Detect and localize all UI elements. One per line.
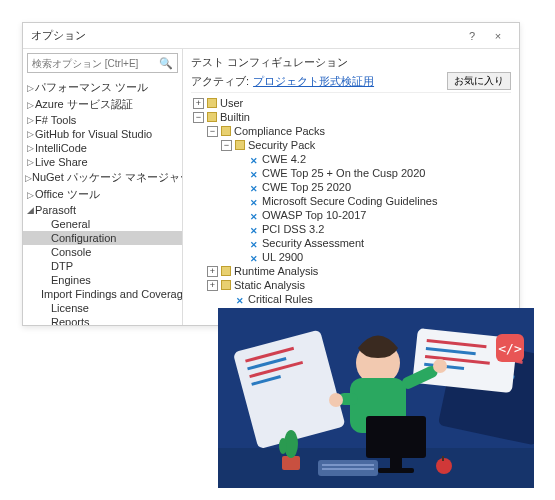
nav-item-label: Import Findings and Coverage bbox=[41, 288, 182, 300]
nav-item[interactable]: DTP bbox=[23, 259, 182, 273]
tree-node[interactable]: +Static Analysis bbox=[191, 278, 511, 292]
tree-node-label: UL 2900 bbox=[262, 250, 303, 264]
svg-point-24 bbox=[433, 359, 447, 373]
tree-node[interactable]: ✕CWE 4.2 bbox=[191, 152, 511, 166]
collapse-icon[interactable]: − bbox=[207, 126, 218, 137]
folder-icon bbox=[221, 126, 231, 136]
nav-item[interactable]: ▷GitHub for Visual Studio bbox=[23, 127, 182, 141]
active-config-link[interactable]: プロジェクト形式検証用 bbox=[253, 74, 374, 89]
nav-item-label: DTP bbox=[51, 260, 73, 272]
tree-node[interactable]: +Runtime Analysis bbox=[191, 264, 511, 278]
tree-node[interactable]: +User bbox=[191, 96, 511, 110]
tree-node[interactable]: ✕OWASP Top 10-2017 bbox=[191, 208, 511, 222]
nav-item[interactable]: Configuration bbox=[23, 231, 182, 245]
expand-icon[interactable]: + bbox=[207, 280, 218, 291]
folder-icon bbox=[221, 280, 231, 290]
tree-node[interactable]: ✕UL 2900 bbox=[191, 250, 511, 264]
expand-icon[interactable]: ▷ bbox=[25, 190, 35, 200]
expand-icon[interactable]: ▷ bbox=[25, 83, 35, 93]
nav-item[interactable]: General bbox=[23, 217, 182, 231]
nav-item-label: F# Tools bbox=[35, 114, 76, 126]
expand-icon[interactable]: ▷ bbox=[25, 100, 35, 110]
nav-item[interactable]: Import Findings and Coverage bbox=[23, 287, 182, 301]
dialog-title: オプション bbox=[31, 28, 459, 43]
tree-node-label: Security Assessment bbox=[262, 236, 364, 250]
tree-node[interactable]: ✕Security Assessment bbox=[191, 236, 511, 250]
collapse-icon[interactable]: − bbox=[221, 140, 232, 151]
expand-icon[interactable]: ▷ bbox=[25, 129, 35, 139]
config-icon: ✕ bbox=[249, 196, 259, 206]
nav-item[interactable]: Engines bbox=[23, 273, 182, 287]
tree-node[interactable]: −Security Pack bbox=[191, 138, 511, 152]
config-header: テスト コンフィギュレーション bbox=[191, 55, 511, 70]
tree-node-label: Security Pack bbox=[248, 138, 315, 152]
search-box[interactable]: 🔍 bbox=[27, 53, 178, 73]
tree-node[interactable]: ✕CWE Top 25 2020 bbox=[191, 180, 511, 194]
tree-node-label: Critical Rules bbox=[248, 292, 313, 306]
expand-icon[interactable]: ◢ bbox=[25, 205, 35, 215]
nav-item[interactable]: ▷Office ツール bbox=[23, 186, 182, 203]
nav-item-label: Azure サービス認証 bbox=[35, 97, 133, 112]
config-label: テスト コンフィギュレーション bbox=[191, 55, 348, 70]
nav-item-label: General bbox=[51, 218, 90, 230]
folder-icon bbox=[235, 140, 245, 150]
decorative-illustration: </> bbox=[218, 308, 534, 488]
nav-item[interactable]: Reports bbox=[23, 315, 182, 325]
tree-node[interactable]: −Compliance Packs bbox=[191, 124, 511, 138]
nav-item[interactable]: ▷パフォーマンス ツール bbox=[23, 79, 182, 96]
search-icon: 🔍 bbox=[159, 57, 173, 70]
svg-rect-30 bbox=[322, 468, 374, 470]
search-input[interactable] bbox=[32, 58, 159, 69]
tree-node-label: Static Analysis bbox=[234, 278, 305, 292]
folder-icon bbox=[221, 266, 231, 276]
tree-node-label: CWE Top 25 + On the Cusp 2020 bbox=[262, 166, 425, 180]
config-icon: ✕ bbox=[249, 168, 259, 178]
nav-item-label: NuGet パッケージ マネージャー bbox=[32, 170, 182, 185]
expand-icon[interactable]: ▷ bbox=[25, 157, 35, 167]
nav-item[interactable]: ▷F# Tools bbox=[23, 113, 182, 127]
expand-icon[interactable]: + bbox=[193, 98, 204, 109]
dialog-body: 🔍 ▷パフォーマンス ツール▷Azure サービス認証▷F# Tools▷Git… bbox=[23, 49, 519, 325]
nav-item[interactable]: ▷IntelliCode bbox=[23, 141, 182, 155]
favorite-button[interactable]: お気に入り bbox=[447, 72, 511, 90]
tree-node-label: Microsoft Secure Coding Guidelines bbox=[262, 194, 437, 208]
tree-node[interactable]: ✕CWE Top 25 + On the Cusp 2020 bbox=[191, 166, 511, 180]
collapse-icon[interactable]: − bbox=[193, 112, 204, 123]
svg-point-33 bbox=[279, 438, 287, 454]
config-icon: ✕ bbox=[249, 252, 259, 262]
sidebar: 🔍 ▷パフォーマンス ツール▷Azure サービス認証▷F# Tools▷Git… bbox=[23, 49, 183, 325]
titlebar: オプション ? × bbox=[23, 23, 519, 49]
close-button[interactable]: × bbox=[485, 30, 511, 42]
nav-item[interactable]: License bbox=[23, 301, 182, 315]
expand-icon[interactable]: ▷ bbox=[25, 143, 35, 153]
tree-node[interactable]: ✕Critical Rules bbox=[191, 292, 511, 306]
options-dialog: オプション ? × 🔍 ▷パフォーマンス ツール▷Azure サービス認証▷F#… bbox=[22, 22, 520, 326]
tree-node[interactable]: ✕PCI DSS 3.2 bbox=[191, 222, 511, 236]
tree-node[interactable]: −Builtin bbox=[191, 110, 511, 124]
expand-icon[interactable]: + bbox=[207, 266, 218, 277]
help-button[interactable]: ? bbox=[459, 30, 485, 42]
config-icon: ✕ bbox=[249, 182, 259, 192]
config-icon: ✕ bbox=[235, 294, 245, 304]
active-row: アクティブ: プロジェクト形式検証用 お気に入り bbox=[191, 72, 511, 90]
nav-item-label: GitHub for Visual Studio bbox=[35, 128, 152, 140]
svg-rect-26 bbox=[390, 458, 402, 468]
svg-text:</>: </> bbox=[498, 341, 522, 356]
nav-item[interactable]: ▷Azure サービス認証 bbox=[23, 96, 182, 113]
nav-item[interactable]: Console bbox=[23, 245, 182, 259]
nav-item[interactable]: ▷Live Share bbox=[23, 155, 182, 169]
expand-icon[interactable]: ▷ bbox=[25, 173, 32, 183]
active-label: アクティブ: bbox=[191, 74, 249, 89]
main-panel: テスト コンフィギュレーション アクティブ: プロジェクト形式検証用 お気に入り… bbox=[183, 49, 519, 325]
config-tree[interactable]: +User−Builtin−Compliance Packs−Security … bbox=[191, 92, 511, 319]
nav-tree[interactable]: ▷パフォーマンス ツール▷Azure サービス認証▷F# Tools▷GitHu… bbox=[23, 77, 182, 325]
tree-node-label: Runtime Analysis bbox=[234, 264, 318, 278]
expand-icon[interactable]: ▷ bbox=[25, 115, 35, 125]
tree-node[interactable]: ✕Microsoft Secure Coding Guidelines bbox=[191, 194, 511, 208]
nav-item-label: License bbox=[51, 302, 89, 314]
nav-item[interactable]: ◢Parasoft bbox=[23, 203, 182, 217]
folder-icon bbox=[207, 112, 217, 122]
nav-item-label: Live Share bbox=[35, 156, 88, 168]
tree-node-label: PCI DSS 3.2 bbox=[262, 222, 324, 236]
nav-item[interactable]: ▷NuGet パッケージ マネージャー bbox=[23, 169, 182, 186]
